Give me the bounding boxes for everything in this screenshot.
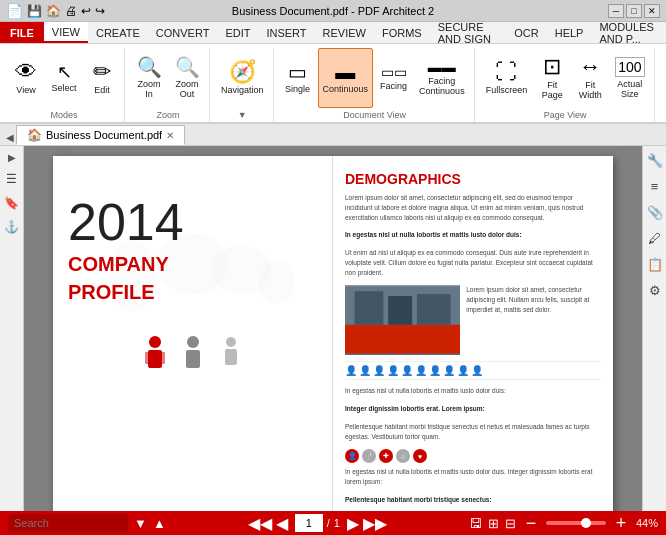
sidebar-anchor-icon[interactable]: ⚓: [2, 217, 22, 237]
tool-wrench-icon[interactable]: 🔧: [645, 150, 665, 170]
zoom-level: 44%: [636, 517, 658, 529]
view-button[interactable]: 👁 View: [8, 48, 44, 108]
quick-access-redo[interactable]: ↪: [95, 4, 105, 18]
fit-page-button[interactable]: ⊡ FitPage: [534, 48, 570, 108]
menu-create[interactable]: CREATE: [88, 22, 148, 43]
sidebar-pages-icon[interactable]: ☰: [2, 169, 22, 189]
menu-edit[interactable]: EDIT: [217, 22, 258, 43]
tool-paperclip-icon[interactable]: 📎: [645, 202, 665, 222]
person-icon-10: 👤: [471, 365, 483, 376]
edit-button[interactable]: ✏ Edit: [84, 48, 120, 108]
file-menu-button[interactable]: FILE: [0, 22, 44, 43]
zoom-slider[interactable]: [546, 521, 606, 525]
menu-convert[interactable]: CONVERT: [148, 22, 218, 43]
zoom-in-status-button[interactable]: +: [612, 514, 630, 532]
demographics-title: DEMOGRAPHICS: [345, 171, 601, 187]
left-sidebar: ▶ ☰ 🔖 ⚓: [0, 146, 24, 511]
right-text1: Lorem ipsum dolor sit amet, consectetur …: [466, 285, 601, 355]
document-tab[interactable]: 🏠 Business Document.pdf ✕: [16, 125, 185, 145]
actual-size-button[interactable]: 100 ActualSize: [610, 48, 649, 108]
search-input[interactable]: [8, 514, 128, 532]
tool-list-icon[interactable]: ≡: [645, 176, 665, 196]
statusbar-icon-1[interactable]: 🖫: [469, 516, 482, 531]
panel-toggle-arrow[interactable]: ▶: [6, 150, 18, 165]
restore-button[interactable]: □: [626, 4, 642, 18]
menu-ocr[interactable]: OCR: [506, 22, 546, 43]
right-bold3: Pellentesque habitant morbi tristique se…: [345, 495, 601, 505]
edit-icon: ✏: [93, 61, 111, 83]
menu-secure-sign[interactable]: SECURE AND SIGN: [430, 22, 507, 43]
search-dropdown-icon[interactable]: ▼: [134, 516, 147, 531]
facing-icon: ▭▭: [381, 65, 407, 79]
tool-gear-icon[interactable]: ⚙: [645, 280, 665, 300]
zoom-label: Zoom: [156, 110, 179, 122]
menu-view[interactable]: VIEW: [44, 22, 88, 43]
quick-access-print[interactable]: 🖨: [65, 4, 77, 18]
main-area: ▶ ☰ 🔖 ⚓ 2014 COMPANY: [0, 146, 666, 511]
facing-continuous-button[interactable]: ▬▬ FacingContinuous: [414, 48, 470, 108]
ribbon-group-pageview: ⛶ Fullscreen ⊡ FitPage ↔ FitWidth 100 Ac…: [477, 48, 655, 122]
person-icon-6: 👤: [415, 365, 427, 376]
zoom-out-button[interactable]: 🔍 ZoomOut: [169, 48, 205, 108]
tab-close-button[interactable]: ✕: [166, 130, 174, 141]
select-button[interactable]: ↖ Select: [46, 48, 82, 108]
close-button[interactable]: ✕: [644, 4, 660, 18]
minimize-button[interactable]: ─: [608, 4, 624, 18]
single-button[interactable]: ▭ Single: [280, 48, 316, 108]
quick-access-save[interactable]: 💾: [27, 4, 42, 18]
next-page-button[interactable]: ▶: [344, 514, 362, 532]
statusbar-icon-2[interactable]: ⊞: [488, 516, 499, 531]
stat-icon-fork: 🍴: [362, 449, 376, 463]
page-navigation: ◀◀ ◀ / 1 ▶ ▶▶: [251, 514, 384, 532]
pdf-viewer[interactable]: 2014 COMPANY PROFILE: [24, 146, 642, 511]
view-icon: 👁: [15, 61, 37, 83]
fit-width-icon: ↔: [579, 56, 601, 78]
svg-point-10: [226, 337, 236, 347]
tab-home-icon: 🏠: [27, 128, 42, 142]
quick-access-undo[interactable]: ↩: [81, 4, 91, 18]
menu-review[interactable]: REVIEW: [315, 22, 374, 43]
fullscreen-button[interactable]: ⛶ Fullscreen: [481, 48, 533, 108]
prev-page-button[interactable]: ◀: [273, 514, 291, 532]
tool-clipboard-icon[interactable]: 📋: [645, 254, 665, 274]
svg-rect-25: [417, 294, 451, 325]
single-icon: ▭: [288, 62, 307, 82]
statusbar-icon-3[interactable]: ⊟: [505, 516, 516, 531]
zoom-thumb: [581, 518, 591, 528]
last-page-button[interactable]: ▶▶: [366, 514, 384, 532]
zoom-in-button[interactable]: 🔍 ZoomIn: [131, 48, 167, 108]
continuous-button[interactable]: ▬ Continuous: [318, 48, 374, 108]
rotate-left-button[interactable]: ↺ Left: [661, 48, 666, 108]
stats-icon-row: 👤 🍴 ✚ ⌂ ♥: [345, 449, 601, 463]
sidebar-bookmarks-icon[interactable]: 🔖: [2, 193, 22, 213]
facing-button[interactable]: ▭▭ Facing: [375, 48, 412, 108]
title-bar-left: 📄 💾 🏠 🖨 ↩ ↪: [6, 3, 105, 19]
zoom-in-icon: 🔍: [137, 57, 162, 77]
person-icon-8: 👤: [443, 365, 455, 376]
ribbon-group-rotate: ↺ Left ↻ Right Rotate: [657, 48, 666, 122]
fit-width-button[interactable]: ↔ FitWidth: [572, 48, 608, 108]
first-page-button[interactable]: ◀◀: [251, 514, 269, 532]
navigation-label: ▼: [238, 110, 247, 122]
stat-icon-plus: ✚: [379, 449, 393, 463]
menu-forms[interactable]: FORMS: [374, 22, 430, 43]
status-bar: ▼ ▲ ◀◀ ◀ / 1 ▶ ▶▶ 🖫 ⊞ ⊟ − + 44%: [0, 511, 666, 535]
page-number-input[interactable]: [295, 514, 323, 532]
zoom-out-status-button[interactable]: −: [522, 514, 540, 532]
tab-scroll-left[interactable]: ◀: [4, 130, 16, 145]
menu-insert[interactable]: INSERT: [258, 22, 314, 43]
quick-access-home[interactable]: 🏠: [46, 4, 61, 18]
tool-pen-icon[interactable]: 🖊: [645, 228, 665, 248]
photo-text-row: Lorem ipsum dolor sit amet Lorem ipsum d…: [345, 285, 601, 355]
menu-help[interactable]: HELP: [547, 22, 592, 43]
facing-continuous-icon: ▬▬: [428, 60, 456, 74]
person-icon-4: 👤: [387, 365, 399, 376]
navigation-button[interactable]: 🧭 Navigation: [216, 48, 269, 108]
menu-modules[interactable]: MODULES AND P...: [591, 22, 666, 43]
people-icons-row: 👤 👤 👤 👤 👤 👤 👤 👤 👤 👤: [345, 361, 601, 380]
interior-photo: Lorem ipsum dolor sit amet: [345, 285, 460, 355]
menu-bar: FILE VIEW CREATE CONVERT EDIT INSERT REV…: [0, 22, 666, 44]
fullscreen-icon: ⛶: [495, 61, 517, 83]
person-icon-5: 👤: [401, 365, 413, 376]
search-up-icon[interactable]: ▲: [153, 516, 166, 531]
